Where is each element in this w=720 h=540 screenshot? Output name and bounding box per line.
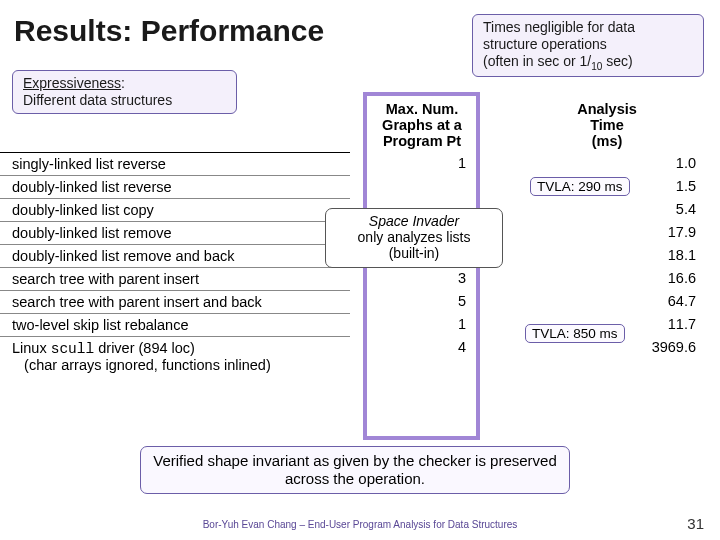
table-row: two-level skip list rebalance (0, 313, 350, 336)
table-cell: 1 (350, 152, 490, 175)
table-row: Linux scull driver (894 loc) (char array… (0, 336, 350, 376)
page-number: 31 (687, 515, 704, 532)
th-g1: Max. Num. (386, 101, 459, 117)
table-cell: 4 (350, 336, 490, 376)
table-row: search tree with parent insert and back (0, 290, 350, 313)
lastrow-d: (char arrays ignored, functions inlined) (24, 357, 271, 373)
lastrow-a: Linux (12, 340, 51, 356)
table-cell: 1 (350, 313, 490, 336)
table-row: doubly-linked list copy (0, 198, 350, 221)
table-row: search tree with parent insert (0, 267, 350, 290)
th-graphs: Max. Num. Graphs at a Program Pt (350, 98, 490, 152)
expr-colon: : (121, 75, 125, 91)
lastrow-c: driver (894 loc) (94, 340, 195, 356)
invader-l2a: only analyzes lists (358, 229, 471, 245)
th-g3: Program Pt (383, 133, 461, 149)
table-cell: 5.4 (490, 198, 720, 221)
table-cell: 64.7 (490, 290, 720, 313)
tvla-callout-2: TVLA: 850 ms (525, 324, 625, 343)
times-l3a: (often in sec or (483, 53, 580, 69)
table-cell: 17.9 (490, 221, 720, 244)
expr-head: Expressiveness (23, 75, 121, 91)
table-cell: 5 (350, 290, 490, 313)
lastrow-b: scull (51, 341, 95, 357)
table-cell (350, 175, 490, 198)
invader-l2b: (built-in) (389, 245, 440, 261)
th-t3: (ms) (592, 133, 623, 149)
th-time: Analysis Time (ms) (490, 98, 720, 152)
th-t2: Time (590, 117, 624, 133)
space-invader-callout: Space Invader only analyzes lists (built… (325, 208, 503, 268)
table-row: doubly-linked list remove (0, 221, 350, 244)
th-g2: Graphs at a (382, 117, 462, 133)
footer-text: Bor-Yuh Evan Chang – End-User Program An… (0, 519, 720, 530)
expr-body: Different data structures (23, 92, 172, 108)
invader-l1: Space Invader (369, 213, 459, 229)
table-cell: 18.1 (490, 244, 720, 267)
tvla-callout-1: TVLA: 290 ms (530, 177, 630, 196)
expressiveness-callout: Expressiveness: Different data structure… (12, 70, 237, 114)
times-l3e: sec) (602, 53, 632, 69)
table-row: doubly-linked list remove and back (0, 244, 350, 267)
times-l1: Times negligible for data (483, 19, 635, 35)
th-t1: Analysis (577, 101, 637, 117)
table-cell: 1.0 (490, 152, 720, 175)
table-cell: 16.6 (490, 267, 720, 290)
times-callout: Times negligible for data structure oper… (472, 14, 704, 77)
verified-callout: Verified shape invariant as given by the… (140, 446, 570, 494)
times-l2: structure operations (483, 36, 607, 52)
table-cell: 3 (350, 267, 490, 290)
table-row: singly-linked list reverse (0, 152, 350, 175)
table-row: doubly-linked list reverse (0, 175, 350, 198)
times-l3d: 10 (591, 60, 602, 71)
